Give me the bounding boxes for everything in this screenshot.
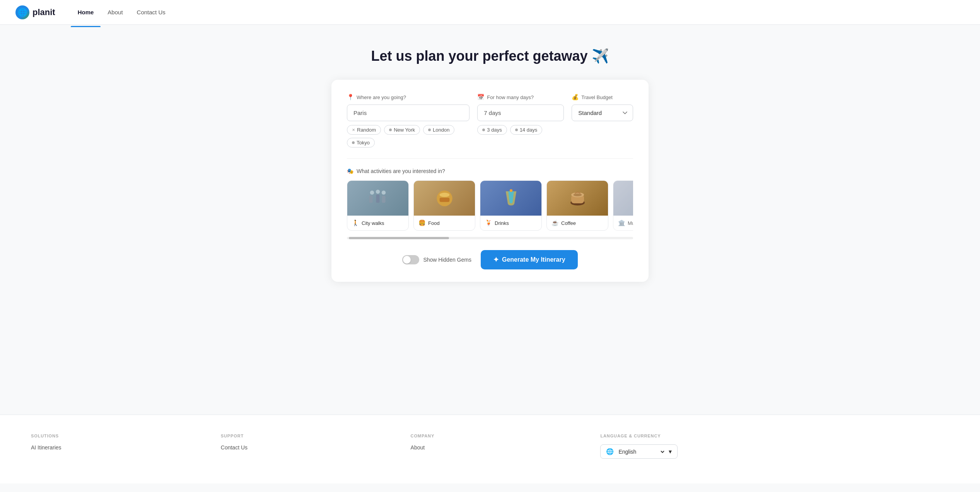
svg-rect-4 (376, 194, 380, 202)
language-select[interactable]: English Français Español Deutsch (617, 448, 666, 455)
museum-icon: 🏛️ (618, 219, 625, 226)
activities-scroll-wrapper: 🚶 City walks 🍔 Food (347, 180, 633, 239)
activity-coffee-image (547, 181, 608, 216)
footer-solutions-title: SOLUTIONS (31, 434, 205, 438)
activity-city-walks[interactable]: 🚶 City walks (347, 180, 409, 231)
coffee-icon: ☕ (551, 219, 559, 226)
toggle-label: Show Hidden Gems (423, 257, 471, 263)
budget-label: 💰 Travel Budget (572, 94, 633, 101)
footer-company-title: COMPANY (411, 434, 585, 438)
language-select-wrap[interactable]: 🌐 English Français Español Deutsch ▾ (600, 444, 678, 459)
footer-link-ai-itineraries[interactable]: AI Itineraries (31, 444, 205, 451)
food-icon: 🍔 (418, 219, 426, 226)
activities-label: 🎭 What activities are you interested in? (347, 168, 633, 174)
destination-chips: ✕ Random New York London Tokyo (347, 125, 470, 147)
calendar-icon: 📅 (477, 94, 485, 101)
activities-icon: 🎭 (347, 168, 353, 174)
footer-support: SUPPORT Contact Us (221, 434, 395, 459)
footer-language-title: LANGUAGE & CURRENCY (600, 434, 949, 438)
form-divider (347, 158, 633, 159)
activity-city-walks-image (347, 181, 408, 216)
activity-city-walks-label: 🚶 City walks (347, 216, 408, 230)
brand-logo[interactable]: 🌐 planit (15, 5, 55, 19)
svg-point-9 (509, 189, 512, 192)
scrollbar-track (347, 237, 633, 239)
activity-food[interactable]: 🍔 Food (413, 180, 475, 231)
nav-contact[interactable]: Contact Us (130, 6, 172, 19)
svg-rect-8 (439, 197, 449, 202)
destination-group: 📍 Where are you going? ✕ Random New York (347, 94, 470, 147)
activity-museums-label: 🏛️ Museums (613, 216, 633, 230)
bottom-row: Show Hidden Gems ✦ Generate My Itinerary (347, 250, 633, 269)
svg-point-0 (370, 190, 374, 195)
walking-icon: 🚶 (352, 219, 359, 226)
footer: SOLUTIONS AI Itineraries SUPPORT Contact… (0, 415, 980, 483)
footer-language: LANGUAGE & CURRENCY 🌐 English Français E… (600, 434, 949, 459)
chip-tokyo[interactable]: Tokyo (347, 138, 375, 147)
chip-new-york[interactable]: New York (384, 125, 420, 135)
chevron-down-icon: ▾ (669, 448, 672, 455)
navbar: 🌐 planit Home About Contact Us (0, 0, 980, 25)
chip-london[interactable]: London (423, 125, 454, 135)
svg-rect-3 (369, 195, 373, 203)
globe-small-icon: 🌐 (606, 448, 614, 455)
money-icon: 💰 (572, 94, 579, 101)
chip-3days[interactable]: 3 days (477, 125, 507, 135)
nav-home[interactable]: Home (71, 6, 101, 19)
days-label: 📅 For how many days? (477, 94, 564, 101)
form-row-top: 📍 Where are you going? ✕ Random New York (347, 94, 633, 147)
activity-drinks-image (480, 181, 541, 216)
chip-random[interactable]: ✕ Random (347, 125, 381, 135)
nav-about[interactable]: About (101, 6, 130, 19)
globe-icon: 🌐 (15, 5, 29, 19)
hero-title: Let us plan your perfect getaway ✈️ (371, 48, 609, 64)
destination-label: 📍 Where are you going? (347, 94, 470, 101)
days-group: 📅 For how many days? 3 days 14 days (477, 94, 564, 135)
footer-link-about[interactable]: About (411, 444, 585, 451)
location-icon: 📍 (347, 94, 354, 101)
activity-food-label: 🍔 Food (414, 216, 475, 230)
activity-drinks[interactable]: 🍹 Drinks (480, 180, 542, 231)
brand-name: planit (32, 7, 55, 17)
chip-14days[interactable]: 14 days (510, 125, 543, 135)
footer-support-title: SUPPORT (221, 434, 395, 438)
hidden-gems-toggle[interactable] (402, 255, 419, 264)
generate-button[interactable]: ✦ Generate My Itinerary (481, 250, 578, 269)
activity-museums-image (613, 181, 633, 216)
activities-row: 🚶 City walks 🍔 Food (347, 180, 633, 235)
nav-links: Home About Contact Us (71, 6, 172, 19)
footer-solutions: SOLUTIONS AI Itineraries (31, 434, 205, 459)
svg-point-1 (376, 190, 380, 194)
budget-select[interactable]: Standard Budget Luxury (572, 105, 633, 121)
activity-food-image (414, 181, 475, 216)
svg-point-13 (573, 193, 582, 196)
svg-point-7 (439, 192, 449, 197)
activity-coffee-label: ☕ Coffee (547, 216, 608, 230)
spark-icon: ✦ (493, 255, 499, 264)
footer-company: COMPANY About (411, 434, 585, 459)
days-input[interactable] (477, 105, 564, 121)
drinks-icon: 🍹 (485, 219, 492, 226)
footer-grid: SOLUTIONS AI Itineraries SUPPORT Contact… (31, 434, 949, 459)
scrollbar-thumb (349, 237, 449, 239)
activity-coffee[interactable]: ☕ Coffee (546, 180, 608, 231)
budget-group: 💰 Travel Budget Standard Budget Luxury (572, 94, 633, 121)
svg-rect-5 (382, 195, 386, 202)
days-chips: 3 days 14 days (477, 125, 564, 135)
planner-card: 📍 Where are you going? ✕ Random New York (331, 80, 649, 282)
activity-drinks-label: 🍹 Drinks (480, 216, 541, 230)
main-content: Let us plan your perfect getaway ✈️ 📍 Wh… (0, 25, 980, 415)
footer-link-contact[interactable]: Contact Us (221, 444, 395, 451)
activity-museums[interactable]: 🏛️ Museums (613, 180, 633, 231)
svg-point-2 (382, 190, 386, 195)
toggle-knob (403, 256, 411, 264)
destination-input[interactable] (347, 105, 470, 121)
toggle-wrapper: Show Hidden Gems (402, 255, 471, 264)
